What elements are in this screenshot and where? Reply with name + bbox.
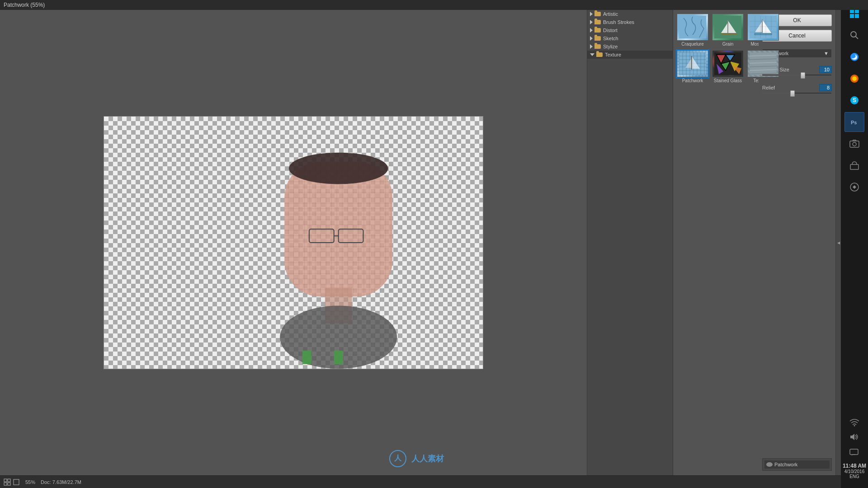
- filter-category-brush-strokes[interactable]: Brush Strokes: [587, 18, 673, 26]
- taskbar-edge-icon[interactable]: [844, 47, 864, 67]
- svg-rect-21: [754, 33, 772, 35]
- middle-panel: Artistic Brush Strokes Distort Sketch: [587, 10, 759, 475]
- store-icon: [849, 160, 860, 171]
- taskbar-camera-icon[interactable]: [844, 134, 864, 154]
- expand-icon-brush: [590, 20, 593, 24]
- folder-icon-sketch: [594, 36, 601, 41]
- expand-icon-texture: [590, 53, 594, 56]
- filter-category-sketch-label: Sketch: [603, 36, 618, 41]
- collapse-handle[interactable]: [835, 10, 841, 475]
- square-size-fill: [763, 75, 804, 75]
- patchwork-preview: [679, 52, 706, 75]
- zoom-level: 55%: [25, 479, 35, 485]
- square-size-value[interactable]: 10: [819, 66, 832, 73]
- thumb-grain[interactable]: Grain: [712, 14, 744, 47]
- status-grid-icon: [4, 479, 11, 486]
- taskbar-volume-icon[interactable]: [844, 430, 864, 444]
- camera-icon: [849, 138, 860, 149]
- svg-rect-56: [14, 479, 19, 485]
- svg-point-63: [850, 53, 859, 61]
- svg-point-74: [854, 425, 855, 427]
- filter-category-brush-label: Brush Strokes: [603, 19, 634, 25]
- taskbar-wifi-icon[interactable]: [844, 415, 864, 428]
- svg-rect-54: [4, 483, 7, 485]
- filter-category-stylize[interactable]: Stylize: [587, 42, 673, 51]
- filter-category-texture-label: Texture: [605, 52, 621, 57]
- stained-glass-preview: [714, 52, 741, 75]
- relief-thumb[interactable]: [790, 90, 795, 97]
- thumb-stained-glass[interactable]: Stained Glass: [712, 50, 744, 83]
- svg-rect-55: [8, 483, 10, 485]
- thumb-craquelure[interactable]: Craquelure: [677, 14, 708, 47]
- filter-category-artistic-label: Artistic: [603, 11, 618, 17]
- dropdown-arrow-icon: ▼: [824, 51, 829, 56]
- expand-icon-stylize: [590, 44, 593, 49]
- svg-rect-15: [727, 20, 728, 35]
- thumb-patchwork[interactable]: Patchwork: [677, 50, 708, 83]
- expand-icon-artistic: [590, 12, 593, 16]
- taskbar-chat-icon[interactable]: [844, 446, 864, 459]
- taskbar: S Ps: [841, 0, 868, 488]
- relief-value[interactable]: 8: [819, 84, 832, 91]
- expand-icon-distort: [590, 28, 593, 33]
- filter-category-distort-label: Distort: [603, 28, 618, 33]
- folder-icon-brush: [594, 20, 601, 24]
- status-tool-icons: [4, 479, 20, 486]
- relief-slider[interactable]: [762, 92, 832, 94]
- effect-visibility-icon[interactable]: [766, 462, 773, 467]
- svg-rect-16: [721, 33, 737, 35]
- svg-rect-59: [850, 14, 854, 18]
- thumb-texturizer-img: [747, 50, 779, 77]
- svg-point-61: [851, 32, 856, 37]
- app2-icon: [849, 182, 860, 192]
- svg-rect-34: [691, 56, 692, 70]
- filter-category-texture[interactable]: Texture: [587, 51, 673, 59]
- thumb-stained-label: Stained Glass: [712, 78, 744, 83]
- thumb-mosaic-img: [747, 14, 779, 41]
- clock-area[interactable]: 11:48 AM 4/10/2016 ENG: [842, 461, 867, 481]
- filter-category-sketch[interactable]: Sketch: [587, 34, 673, 42]
- edge-icon: [849, 52, 860, 62]
- thumb-craquelure-img: [677, 14, 708, 41]
- taskbar-firefox-icon[interactable]: [844, 69, 864, 89]
- doc-info: Doc: 7.63M/22.7M: [41, 479, 81, 485]
- effect-row-patchwork: Patchwork: [764, 460, 830, 469]
- wifi-icon: [849, 416, 860, 427]
- filter-category-distort[interactable]: Distort: [587, 26, 673, 34]
- square-size-thumb[interactable]: [801, 72, 805, 79]
- svg-text:S: S: [853, 97, 856, 103]
- svg-rect-10: [334, 351, 343, 364]
- craquelure-preview: [679, 16, 706, 38]
- skype-icon: S: [849, 95, 860, 106]
- folder-icon-artistic: [594, 12, 601, 16]
- search-icon: [849, 30, 860, 41]
- effects-panel: Patchwork: [762, 458, 832, 471]
- filter-category-artistic[interactable]: Artistic: [587, 10, 673, 18]
- taskbar-photoshop-icon[interactable]: Ps: [844, 112, 864, 132]
- zoom-text: 55%: [25, 479, 35, 485]
- clock-lang: ENG: [843, 474, 866, 479]
- thumb-patchwork-img: [677, 50, 708, 77]
- taskbar-store-icon[interactable]: [844, 155, 864, 175]
- svg-rect-9: [302, 351, 311, 364]
- square-size-slider[interactable]: [762, 74, 832, 76]
- svg-marker-75: [850, 434, 854, 440]
- thumb-grain-img: [712, 14, 744, 41]
- relief-row: Relief 8: [762, 84, 832, 91]
- taskbar-app2-icon[interactable]: [844, 177, 864, 197]
- taskbar-skype-icon[interactable]: S: [844, 90, 864, 110]
- expand-icon-sketch: [590, 36, 593, 41]
- svg-point-71: [853, 142, 856, 146]
- svg-text:Ps: Ps: [851, 120, 857, 125]
- taskbar-search-icon[interactable]: [844, 25, 864, 45]
- chat-icon: [849, 447, 860, 458]
- thumb-stained-img: [712, 50, 744, 77]
- status-bar: 55% Doc: 7.63M/22.7M: [0, 475, 841, 488]
- svg-rect-60: [855, 14, 859, 18]
- svg-rect-52: [4, 479, 7, 482]
- thumb-grain-label: Grain: [712, 42, 744, 47]
- photoshop-icon: Ps: [849, 117, 860, 127]
- svg-rect-53: [8, 479, 10, 482]
- right-settings-panel: OK Cancel Patchwork ▼ Square Size 10 Rel…: [759, 10, 835, 475]
- title-text: Patchwork (55%): [4, 2, 45, 8]
